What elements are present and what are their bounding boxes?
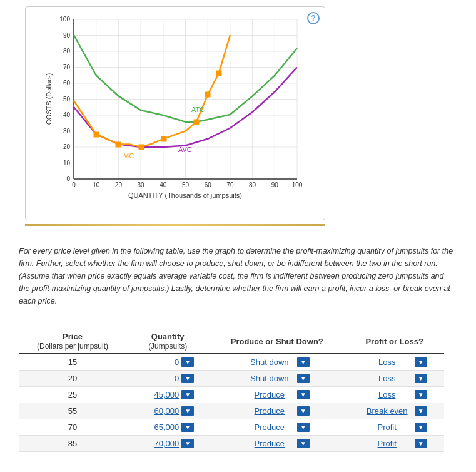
atc-label: ATC: [191, 106, 205, 113]
mc-point-5: [194, 120, 199, 125]
svg-text:100: 100: [59, 16, 70, 23]
data-table: Price (Dollars per jumpsuit) Quantity (J…: [19, 329, 444, 452]
profit-header: Profit or Loss?: [345, 329, 444, 354]
produce-value: Shut down: [245, 374, 295, 383]
svg-text:40: 40: [160, 182, 167, 188]
price-cell: 85: [19, 436, 126, 452]
mc-curve: [74, 35, 230, 147]
profit-dropdown-btn[interactable]: ▼: [415, 406, 427, 416]
quantity-cell: 0▼: [126, 354, 209, 371]
profit-cell: Loss▼: [345, 371, 444, 387]
table-row: 8570,000▼Produce▼Profit▼: [19, 436, 444, 452]
produce-dropdown-btn[interactable]: ▼: [297, 374, 310, 383]
help-icon[interactable]: ?: [307, 12, 320, 24]
quantity-header: Quantity (Jumpsuits): [126, 329, 209, 354]
quantity-cell: 60,000▼: [126, 403, 209, 419]
mc-point-1: [94, 132, 99, 137]
svg-text:90: 90: [63, 32, 71, 39]
price-header: Price (Dollars per jumpsuit): [19, 329, 126, 354]
profit-value: Profit: [362, 439, 412, 448]
svg-text:80: 80: [63, 48, 71, 54]
produce-dropdown-btn[interactable]: ▼: [297, 406, 310, 416]
quantity-dropdown-btn[interactable]: ▼: [181, 439, 194, 448]
quantity-cell: 65,000▼: [126, 419, 209, 436]
svg-text:10: 10: [63, 160, 71, 167]
quantity-value: 70,000: [141, 439, 179, 448]
price-cell: 70: [19, 419, 126, 436]
svg-text:30: 30: [138, 182, 145, 188]
svg-text:0: 0: [66, 175, 70, 182]
svg-text:20: 20: [115, 182, 123, 188]
mc-point-4: [161, 136, 166, 141]
table-row: 7065,000▼Produce▼Profit▼: [19, 419, 444, 436]
produce-cell: Shut down▼: [209, 371, 345, 387]
quantity-cell: 70,000▼: [126, 436, 209, 452]
svg-text:100: 100: [292, 182, 303, 188]
produce-dropdown-btn[interactable]: ▼: [297, 439, 310, 448]
chart-svg-wrapper: 0 10 20 30 40 50 60 70 80 90 100 0 10 20…: [32, 13, 318, 213]
produce-value: Shut down: [245, 357, 295, 367]
profit-cell: Loss▼: [345, 354, 444, 371]
price-cell: 15: [19, 354, 126, 371]
chart-svg: 0 10 20 30 40 50 60 70 80 90 100 0 10 20…: [44, 13, 306, 213]
produce-cell: Shut down▼: [209, 354, 345, 371]
profit-value: Loss: [362, 357, 412, 367]
svg-text:50: 50: [182, 182, 190, 188]
svg-text:70: 70: [63, 64, 71, 71]
produce-dropdown-btn[interactable]: ▼: [297, 390, 310, 399]
table-row: 5560,000▼Produce▼Break even▼: [19, 403, 444, 419]
mc-point-7: [216, 71, 221, 76]
svg-text:20: 20: [63, 143, 71, 150]
profit-dropdown-btn[interactable]: ▼: [415, 439, 427, 448]
produce-value: Produce: [245, 439, 295, 448]
svg-text:70: 70: [226, 182, 234, 188]
produce-cell: Produce▼: [209, 387, 345, 403]
svg-text:80: 80: [249, 182, 256, 188]
svg-text:60: 60: [63, 80, 71, 86]
quantity-value: 0: [141, 357, 179, 367]
price-cell: 25: [19, 387, 126, 403]
quantity-cell: 45,000▼: [126, 387, 209, 403]
profit-dropdown-btn[interactable]: ▼: [415, 423, 427, 432]
quantity-value: 60,000: [141, 406, 179, 416]
profit-cell: Profit▼: [345, 436, 444, 452]
table-row: 150▼Shut down▼Loss▼: [19, 354, 444, 371]
produce-value: Produce: [245, 390, 295, 399]
gold-divider: [25, 224, 325, 226]
profit-dropdown-btn[interactable]: ▼: [415, 390, 427, 399]
table-row: 200▼Shut down▼Loss▼: [19, 371, 444, 387]
produce-value: Produce: [245, 406, 295, 416]
produce-header: Produce or Shut Down?: [209, 329, 345, 354]
chart-container: ?: [25, 6, 325, 220]
produce-dropdown-btn[interactable]: ▼: [297, 357, 310, 367]
svg-text:0: 0: [72, 182, 76, 188]
instructions-text: For every price level given in the follo…: [19, 245, 457, 307]
price-cell: 20: [19, 371, 126, 387]
profit-cell: Loss▼: [345, 387, 444, 403]
quantity-value: 0: [141, 374, 179, 383]
quantity-cell: 0▼: [126, 371, 209, 387]
mc-point-6: [205, 92, 210, 97]
quantity-value: 45,000: [141, 390, 179, 399]
avc-label: AVC: [178, 146, 192, 153]
price-cell: 55: [19, 403, 126, 419]
produce-dropdown-btn[interactable]: ▼: [297, 423, 310, 432]
quantity-dropdown-btn[interactable]: ▼: [181, 374, 194, 383]
mc-point-2: [116, 142, 121, 147]
produce-cell: Produce▼: [209, 436, 345, 452]
profit-value: Loss: [362, 374, 412, 383]
svg-text:60: 60: [205, 182, 212, 188]
quantity-dropdown-btn[interactable]: ▼: [181, 357, 194, 367]
svg-text:90: 90: [271, 182, 279, 188]
profit-cell: Break even▼: [345, 403, 444, 419]
quantity-dropdown-btn[interactable]: ▼: [181, 423, 194, 432]
profit-dropdown-btn[interactable]: ▼: [415, 374, 427, 383]
produce-value: Produce: [245, 423, 295, 432]
profit-value: Profit: [362, 423, 412, 432]
svg-text:10: 10: [93, 182, 100, 188]
profit-value: Break even: [362, 406, 412, 416]
profit-dropdown-btn[interactable]: ▼: [415, 357, 427, 367]
profit-value: Loss: [362, 390, 412, 399]
quantity-dropdown-btn[interactable]: ▼: [181, 390, 194, 399]
quantity-dropdown-btn[interactable]: ▼: [181, 406, 194, 416]
